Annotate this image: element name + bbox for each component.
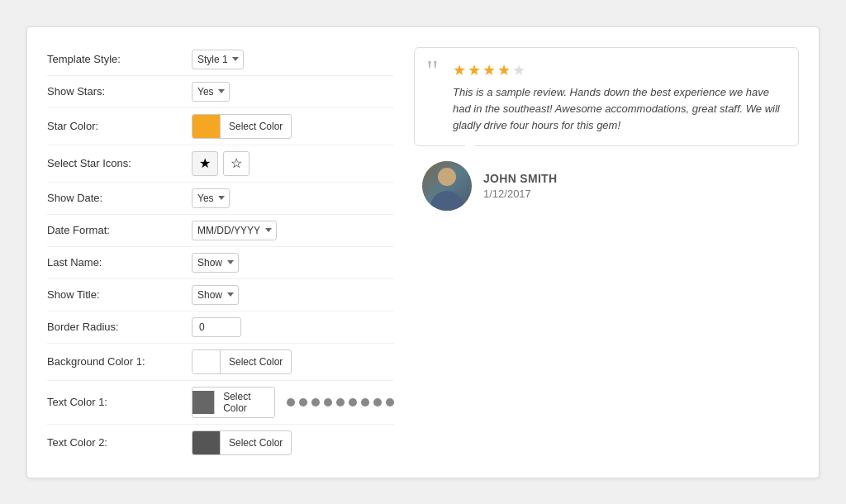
dot-6[interactable] — [349, 398, 357, 407]
show-stars-control: Yes No — [192, 82, 230, 102]
star-color-button-label: Select Color — [221, 117, 291, 136]
star-color-control: Select Color — [192, 114, 292, 139]
show-stars-label: Show Stars: — [47, 85, 192, 97]
dot-7[interactable] — [361, 398, 369, 407]
text-color1-row: Text Color 1: Select Color — [47, 381, 394, 425]
filled-star-icon: ★ — [199, 155, 211, 171]
text-color1-button[interactable]: Select Color — [192, 387, 275, 418]
text-color1-control: Select Color — [192, 387, 394, 418]
show-title-row: Show Title: Show Hide — [47, 279, 394, 311]
star-color-button[interactable]: Select Color — [192, 114, 292, 139]
reviewer-info: JOHN SMITH 1/12/2017 — [483, 172, 557, 200]
text-color2-row: Text Color 2: Select Color — [47, 425, 394, 461]
show-stars-select[interactable]: Yes No — [192, 82, 230, 102]
last-name-control: Show Hide — [192, 253, 239, 273]
star-2: ★ — [468, 61, 481, 79]
star-4: ★ — [497, 61, 511, 79]
border-radius-control: 0 — [192, 317, 241, 337]
bg-color1-control: Select Color — [192, 349, 292, 374]
text-color2-button-label: Select Color — [221, 434, 291, 452]
text-color1-button-label: Select Color — [215, 388, 274, 417]
bg-color1-button[interactable]: Select Color — [192, 349, 292, 374]
dot-2[interactable] — [299, 398, 307, 407]
template-style-select[interactable]: Style 1 Style 2 Style 3 — [192, 50, 244, 69]
template-style-row: Template Style: Style 1 Style 2 Style 3 — [47, 44, 394, 76]
dot-8[interactable] — [373, 398, 382, 407]
pagination-dots — [287, 398, 394, 407]
star-color-row: Star Color: Select Color — [47, 108, 394, 145]
review-card: " ★ ★ ★ ★ ★ This is a sample review. Han… — [414, 47, 799, 146]
show-title-label: Show Title: — [47, 288, 192, 301]
dot-4[interactable] — [324, 398, 332, 407]
template-style-control: Style 1 Style 2 Style 3 — [192, 50, 244, 69]
empty-star-button[interactable]: ☆ — [223, 151, 250, 176]
show-date-select[interactable]: Yes No — [192, 188, 230, 208]
star-color-swatch — [192, 115, 221, 138]
show-stars-row: Show Stars: Yes No — [47, 76, 394, 108]
dot-1[interactable] — [287, 398, 295, 407]
show-date-label: Show Date: — [47, 192, 192, 204]
text-color1-label: Text Color 1: — [47, 396, 192, 408]
text-color2-control: Select Color — [192, 430, 292, 455]
star-icons-row: Select Star Icons: ★ ☆ — [47, 145, 394, 183]
text-color2-button[interactable]: Select Color — [192, 430, 292, 455]
text-color1-swatch — [192, 391, 215, 414]
date-format-row: Date Format: MM/DD/YYYY DD/MM/YYYY YYYY/… — [47, 215, 394, 247]
quote-mark: " — [426, 56, 439, 86]
show-date-control: Yes No — [192, 188, 230, 208]
border-radius-input[interactable]: 0 — [192, 317, 241, 337]
reviewer-date: 1/12/2017 — [483, 188, 557, 200]
preview-panel: " ★ ★ ★ ★ ★ This is a sample review. Han… — [414, 44, 799, 461]
show-date-row: Show Date: Yes No — [47, 183, 394, 215]
border-radius-label: Border Radius: — [47, 321, 192, 333]
star-icons-control: ★ ☆ — [192, 151, 250, 176]
date-format-control: MM/DD/YYYY DD/MM/YYYY YYYY/MM/DD — [192, 221, 277, 240]
bg-color1-button-label: Select Color — [221, 353, 291, 371]
show-title-control: Show Hide — [192, 285, 239, 305]
text-color2-swatch — [192, 431, 221, 454]
star-icons-label: Select Star Icons: — [47, 157, 192, 169]
dot-3[interactable] — [311, 398, 320, 407]
show-title-select[interactable]: Show Hide — [192, 285, 239, 305]
last-name-row: Last Name: Show Hide — [47, 247, 394, 279]
form-panel: Template Style: Style 1 Style 2 Style 3 … — [47, 44, 394, 461]
date-format-label: Date Format: — [47, 224, 192, 236]
bg-color1-label: Background Color 1: — [47, 355, 192, 368]
bg-color1-swatch — [192, 350, 221, 373]
settings-panel: Template Style: Style 1 Style 2 Style 3 … — [26, 26, 820, 478]
last-name-select[interactable]: Show Hide — [192, 253, 239, 273]
filled-star-button[interactable]: ★ — [192, 151, 218, 176]
text-color2-label: Text Color 2: — [47, 436, 192, 449]
bg-color1-row: Background Color 1: Select Color — [47, 344, 394, 381]
avatar-image — [422, 161, 472, 211]
date-format-select[interactable]: MM/DD/YYYY DD/MM/YYYY YYYY/MM/DD — [192, 221, 277, 240]
star-3: ★ — [482, 61, 496, 79]
star-rating: ★ ★ ★ ★ ★ — [453, 61, 783, 79]
reviewer-section: JOHN SMITH 1/12/2017 — [414, 161, 799, 211]
dot-9[interactable] — [386, 398, 394, 407]
empty-star-icon: ☆ — [231, 155, 242, 171]
last-name-label: Last Name: — [47, 256, 192, 269]
border-radius-row: Border Radius: 0 — [47, 311, 394, 344]
review-text: This is a sample review. Hands down the … — [453, 84, 783, 134]
template-style-label: Template Style: — [47, 53, 192, 65]
dot-5[interactable] — [336, 398, 345, 407]
reviewer-name: JOHN SMITH — [483, 172, 557, 185]
star-5: ★ — [512, 61, 525, 79]
reviewer-avatar — [422, 161, 472, 211]
star-color-label: Star Color: — [47, 120, 192, 132]
star-1: ★ — [453, 61, 466, 79]
